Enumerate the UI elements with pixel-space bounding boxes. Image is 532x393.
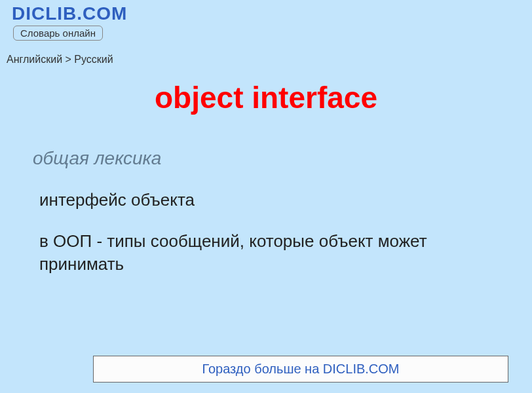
site-title[interactable]: DICLIB.COM (12, 4, 532, 24)
tagline: Словарь онлайн (13, 26, 103, 41)
definition-item: интерфейс объекта (39, 189, 499, 212)
entry-term: object interface (0, 80, 532, 115)
definition-item: в ООП - типы сообщений, которые объект м… (39, 230, 499, 276)
category-label: общая лексика (33, 148, 499, 169)
header: DICLIB.COM Словарь онлайн (0, 0, 532, 41)
more-link-box: Гораздо больше на DICLIB.COM (93, 356, 508, 383)
more-link[interactable]: Гораздо больше на DICLIB.COM (202, 362, 399, 376)
content: общая лексика интерфейс объекта в ООП - … (0, 115, 532, 276)
breadcrumb[interactable]: Английский > Русский (7, 54, 532, 66)
